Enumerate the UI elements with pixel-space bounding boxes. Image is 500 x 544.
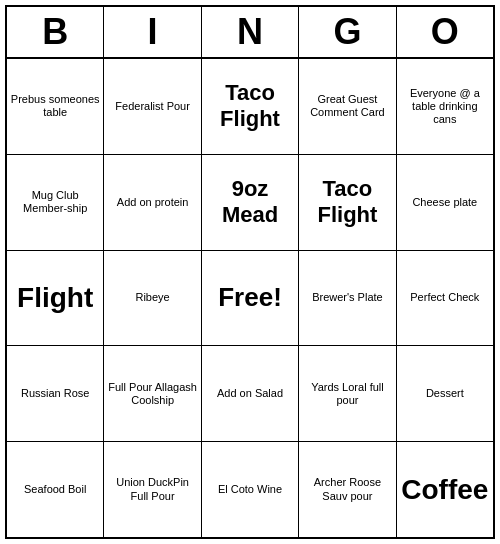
bingo-cell: Flight <box>7 251 104 346</box>
header-letter: G <box>299 7 396 57</box>
bingo-cell: Taco Flight <box>299 155 396 250</box>
bingo-row: FlightRibeyeFree!Brewer's PlatePerfect C… <box>7 251 493 347</box>
bingo-cell: Yards Loral full pour <box>299 346 396 441</box>
bingo-row: Russian RoseFull Pour Allagash CoolshipA… <box>7 346 493 442</box>
bingo-cell: 9oz Mead <box>202 155 299 250</box>
bingo-grid: Prebus someones tableFederalist PourTaco… <box>7 59 493 537</box>
bingo-cell: Brewer's Plate <box>299 251 396 346</box>
bingo-cell: Great Guest Comment Card <box>299 59 396 154</box>
bingo-cell: Free! <box>202 251 299 346</box>
bingo-cell: Add on Salad <box>202 346 299 441</box>
bingo-cell: Full Pour Allagash Coolship <box>104 346 201 441</box>
bingo-cell: Cheese plate <box>397 155 493 250</box>
bingo-row: Prebus someones tableFederalist PourTaco… <box>7 59 493 155</box>
bingo-cell: Taco Flight <box>202 59 299 154</box>
bingo-header: BINGO <box>7 7 493 59</box>
bingo-cell: Perfect Check <box>397 251 493 346</box>
bingo-card: BINGO Prebus someones tableFederalist Po… <box>5 5 495 539</box>
bingo-cell: Everyone @ a table drinking cans <box>397 59 493 154</box>
header-letter: I <box>104 7 201 57</box>
header-letter: N <box>202 7 299 57</box>
bingo-cell: Seafood Boil <box>7 442 104 537</box>
bingo-cell: Coffee <box>397 442 493 537</box>
bingo-cell: Ribeye <box>104 251 201 346</box>
bingo-row: Seafood BoilUnion DuckPin Full PourEl Co… <box>7 442 493 537</box>
header-letter: B <box>7 7 104 57</box>
bingo-cell: Federalist Pour <box>104 59 201 154</box>
bingo-cell: Archer Roose Sauv pour <box>299 442 396 537</box>
bingo-cell: Russian Rose <box>7 346 104 441</box>
bingo-cell: Mug Club Member-ship <box>7 155 104 250</box>
bingo-cell: Dessert <box>397 346 493 441</box>
header-letter: O <box>397 7 493 57</box>
bingo-cell: Prebus someones table <box>7 59 104 154</box>
bingo-cell: Union DuckPin Full Pour <box>104 442 201 537</box>
bingo-cell: Add on protein <box>104 155 201 250</box>
bingo-row: Mug Club Member-shipAdd on protein9oz Me… <box>7 155 493 251</box>
bingo-cell: El Coto Wine <box>202 442 299 537</box>
